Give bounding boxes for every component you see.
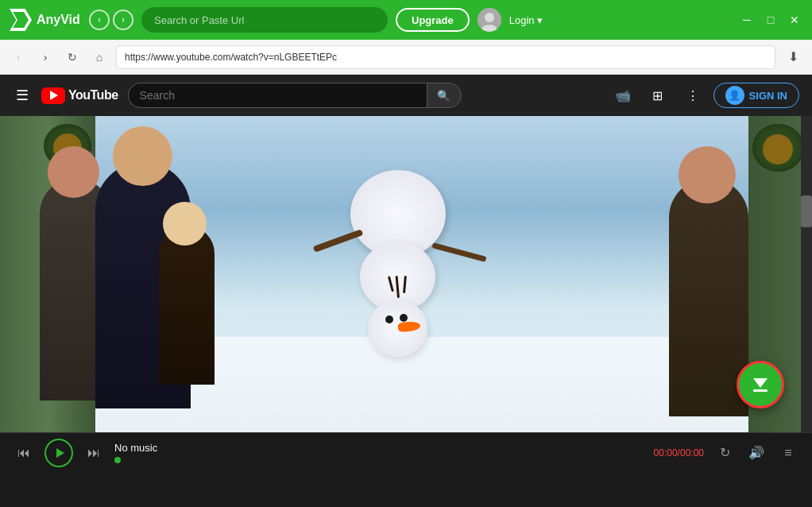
previous-button[interactable]: ⏮: [13, 442, 35, 464]
login-label: Login: [509, 14, 535, 26]
close-button[interactable]: ✕: [787, 12, 802, 28]
logo-icon-inner: [13, 12, 29, 28]
apps-icon: ⊞: [652, 88, 663, 103]
address-bar[interactable]: [116, 45, 775, 69]
window-controls: ─ □ ✕: [739, 12, 802, 28]
repeat-button[interactable]: ↻: [713, 442, 736, 464]
youtube-right-icons: 📹 ⊞ ⋮ 👤 SIGN IN: [609, 81, 799, 110]
play-button[interactable]: [44, 439, 73, 467]
download-line-icon: [753, 389, 768, 392]
title-bar: AnyVid ‹ › Upgrade Login ▾ ─ □ ✕: [0, 0, 812, 40]
track-info: No music: [114, 442, 178, 463]
person3: [159, 226, 215, 385]
svg-point-1: [485, 13, 494, 22]
hair-strand: [396, 276, 400, 298]
youtube-logo-text: YouTube: [68, 88, 118, 103]
olaf-nose: [398, 321, 421, 332]
browser-back-button[interactable]: ‹: [8, 47, 29, 68]
more-icon: ⋮: [686, 88, 699, 103]
maximize-button[interactable]: □: [763, 12, 779, 28]
download-arrow-icon: [753, 378, 768, 388]
volume-button[interactable]: 🔊: [745, 442, 768, 464]
youtube-search-button[interactable]: 🔍: [427, 83, 462, 108]
youtube-apps-button[interactable]: ⊞: [644, 81, 672, 110]
avatar: [478, 8, 501, 32]
olaf-arm-left: [313, 229, 364, 253]
olaf-arm-right: [431, 242, 486, 262]
youtube-more-button[interactable]: ⋮: [679, 81, 707, 110]
youtube-signin-avatar: 👤: [725, 86, 744, 105]
app-name: AnyVid: [37, 13, 80, 27]
olaf-head: [368, 300, 427, 357]
track-name: No music: [114, 442, 178, 454]
search-input[interactable]: [141, 7, 388, 33]
forward-button[interactable]: ›: [113, 10, 133, 30]
time-display: 00:00/00:00: [654, 447, 704, 459]
youtube-logo-icon: [41, 87, 65, 104]
scrollbar-thumb[interactable]: [801, 195, 812, 227]
olaf-hair: [392, 276, 405, 298]
upgrade-button[interactable]: Upgrade: [396, 8, 470, 32]
camera-icon: 📹: [615, 88, 631, 103]
search-icon: 🔍: [437, 90, 450, 102]
browser-refresh-button[interactable]: ↻: [62, 47, 83, 68]
browser-download-button[interactable]: ⬇: [782, 46, 804, 68]
minimize-button[interactable]: ─: [739, 12, 755, 28]
olaf-left-eye: [385, 315, 393, 323]
youtube-header: ☰ YouTube 🔍 📹 ⊞ ⋮ 👤 SIGN IN: [0, 75, 812, 116]
play-icon: [56, 448, 64, 458]
download-float-button[interactable]: [737, 361, 784, 408]
youtube-logo[interactable]: YouTube: [41, 87, 118, 104]
signin-label: SIGN IN: [749, 90, 787, 102]
logo-icon: [10, 9, 32, 31]
youtube-signin-button[interactable]: 👤 SIGN IN: [713, 83, 799, 108]
next-button[interactable]: ⏭: [83, 442, 105, 464]
olaf-snowman: [358, 170, 454, 385]
browser-forward-button[interactable]: ›: [35, 47, 56, 68]
browser-home-button[interactable]: ⌂: [89, 47, 110, 68]
player-bar: ⏮ ⏭ No music 00:00/00:00 ↻ 🔊 ≡: [0, 432, 812, 472]
queue-button[interactable]: ≡: [777, 442, 799, 464]
youtube-search-container: 🔍: [128, 83, 462, 108]
youtube-play-icon: [50, 91, 58, 100]
video-scene: [0, 116, 812, 432]
login-button[interactable]: Login ▾: [509, 14, 543, 26]
download-float-icon: [753, 378, 768, 392]
back-button[interactable]: ‹: [89, 10, 110, 30]
youtube-search-input[interactable]: [128, 83, 427, 108]
track-indicator: [114, 457, 121, 463]
dropdown-icon: ▾: [537, 14, 543, 26]
account-icon: 👤: [729, 90, 740, 101]
scrollbar[interactable]: [801, 116, 812, 432]
browser-bar: ‹ › ↻ ⌂ ⬇: [0, 40, 812, 75]
logo-area: AnyVid: [10, 9, 81, 31]
youtube-camera-button[interactable]: 📹: [609, 81, 637, 110]
youtube-menu-icon[interactable]: ☰: [13, 83, 32, 107]
olaf-right-eye: [400, 314, 408, 322]
nav-buttons: ‹ ›: [89, 10, 133, 30]
video-container: [0, 116, 812, 432]
wreath-right: [752, 124, 804, 172]
